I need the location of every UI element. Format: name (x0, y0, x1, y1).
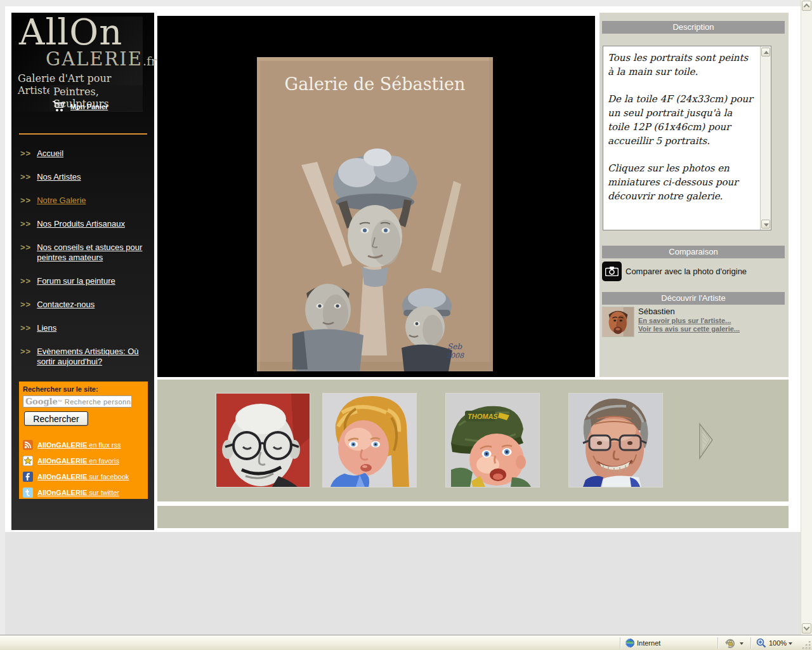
cart-link[interactable]: Mon Panier (70, 103, 108, 110)
comparison-link[interactable]: Comparer avec la photo d'origine (625, 267, 747, 276)
browser-vertical-scrollbar[interactable] (801, 0, 812, 635)
description-text: Tous les portraits sont peints à la main… (603, 46, 760, 230)
chevron-right-icon: >> (20, 172, 31, 182)
twitter-icon (23, 488, 33, 498)
sidebar-item-liens[interactable]: >>Liens (20, 323, 147, 333)
chevron-right-icon: >> (20, 323, 31, 333)
artist-reviews-link[interactable]: Voir les avis sur cette galerie... (638, 325, 740, 333)
sidebar-item-nos-artistes[interactable]: >>Nos Artistes (20, 172, 147, 182)
chevron-right-icon: >> (20, 276, 31, 286)
zoom-magnifier-icon[interactable] (756, 638, 766, 648)
search-placeholder: Recherche personnalisée (65, 398, 132, 406)
artist-row: Sébastien En savoir plus sur l'artiste..… (602, 307, 740, 337)
social-favorites-row[interactable]: AllOnGALERIE en favoris (23, 453, 144, 468)
internet-zone-globe-icon (625, 639, 634, 647)
sidebar-item-conseils-astuces[interactable]: >>Nos conseils et astuces pour peintres … (20, 242, 147, 263)
comparison-header: Comparaison (602, 246, 785, 258)
social-links: AllOnGALERIE en flux rss AllOnGALERIE en… (23, 437, 144, 500)
trademark-glyph: ™ (58, 399, 62, 404)
social-facebook-row[interactable]: AllOnGALERIE sur facebook (23, 468, 144, 484)
facebook-icon (23, 472, 33, 482)
triangle-down-icon (764, 223, 769, 227)
chevron-up-icon (804, 4, 810, 10)
comparison-row[interactable]: Comparer avec la photo d'origine (602, 262, 747, 281)
zoom-level-label[interactable]: 100% (769, 635, 787, 650)
scrollbar-up-button[interactable] (802, 1, 811, 11)
chevron-down-icon (804, 625, 810, 631)
thumbnail-portrait-elderly-man-smiling[interactable] (569, 394, 662, 487)
description-box: Tous les portraits sont peints à la main… (603, 46, 771, 230)
chevron-right-icon: >> (20, 347, 31, 367)
thumbnail-strip: THOMAS (157, 380, 789, 501)
camera-icon[interactable] (602, 262, 622, 281)
artist-more-link[interactable]: En savoir plus sur l'artiste... (638, 317, 740, 325)
sidebar-item-produits-artisanaux[interactable]: >>Nos Produits Artisanaux (20, 219, 147, 229)
main-gallery-area: Galerie de Sébastien (157, 16, 595, 377)
thumbnail-portrait-elderly-man-red[interactable] (216, 394, 310, 487)
resize-grip[interactable] (802, 640, 811, 650)
bottom-strip (157, 506, 789, 528)
next-page-arrow[interactable] (698, 423, 714, 460)
artist-name: Sébastien (638, 307, 740, 316)
social-twitter-row[interactable]: AllOnGALERIE sur twitter (23, 484, 144, 500)
browser-statusbar: Internet 100% (0, 635, 812, 650)
search-heading: Rechercher sur le site: (23, 385, 144, 393)
sidebar: AllOn GALERIE.fr Galerie d'Art pour Arti… (11, 13, 154, 530)
scrollbar-down-button[interactable] (802, 623, 811, 633)
google-logo: Google (25, 397, 58, 406)
chevron-right-icon: >> (20, 219, 31, 229)
thumbnail-portrait-blond-child[interactable] (323, 394, 416, 487)
zoom-dropdown-caret-icon[interactable] (789, 642, 792, 645)
page-footer-background (5, 532, 801, 635)
logo-title: AllOn (19, 11, 122, 53)
scroll-up-button[interactable] (761, 48, 770, 56)
chevron-right-icon: >> (20, 242, 31, 263)
artist-portrait[interactable] (602, 307, 634, 337)
cart-icon (52, 100, 66, 112)
statusbar-separator (620, 637, 620, 649)
star-icon (23, 456, 33, 466)
scroll-down-button[interactable] (761, 220, 770, 229)
sidebar-divider (19, 133, 147, 135)
sidebar-nav: >>Accueil >>Nos Artistes >>Notre Galerie… (20, 149, 147, 380)
google-search-input[interactable]: Google™ Recherche personnalisée (23, 395, 132, 408)
search-submit-button[interactable]: Rechercher (24, 411, 88, 426)
cap-text: THOMAS (468, 413, 498, 420)
triangle-up-icon (764, 51, 769, 54)
sidebar-item-forum[interactable]: >>Forum sur la peinture (20, 276, 147, 286)
logo-tld: .fr (143, 54, 157, 68)
site-search-box: Rechercher sur le site: Google™ Recherch… (19, 381, 148, 499)
statusbar-separator (717, 637, 718, 649)
sidebar-item-contact[interactable]: >>Contactez-nous (20, 300, 147, 310)
chevron-right-icon: >> (20, 149, 31, 159)
rss-icon (23, 440, 33, 450)
gallery-cover-painting[interactable]: Galerie de Sébastien (257, 57, 493, 371)
painting-signature-name: Seb (447, 342, 462, 351)
site-logo[interactable]: AllOn GALERIE.fr Galerie d'Art pour Arti… (13, 17, 143, 112)
security-zone-label: Internet (637, 635, 660, 650)
sidebar-item-evenements[interactable]: >>Evènements Artistiques: Où sortir aujo… (20, 347, 147, 367)
chevron-right-icon: >> (20, 196, 31, 206)
logo-subtitle: GALERIE (46, 48, 143, 70)
statusbar-separator (750, 637, 751, 649)
right-panel: Description Tous les portraits sont pein… (599, 13, 789, 377)
dropdown-caret-icon[interactable] (740, 642, 743, 645)
artist-header: Découvrir l'Artiste (602, 292, 785, 305)
painting-title: Galerie de Sébastien (285, 74, 466, 94)
thumbnail-portrait-baby-green-cap[interactable]: THOMAS (446, 394, 539, 487)
sidebar-item-notre-galerie[interactable]: >>Notre Galerie (20, 196, 147, 206)
description-header: Description (602, 21, 785, 34)
chevron-right-icon: >> (20, 300, 31, 310)
sidebar-item-accueil[interactable]: >>Accueil (20, 149, 147, 159)
social-rss-row[interactable]: AllOnGALERIE en flux rss (23, 437, 144, 453)
painting-signature-year: 2008 (446, 352, 464, 360)
description-scrollbar[interactable] (760, 46, 771, 230)
protected-mode-icon[interactable] (724, 638, 735, 648)
browser-viewport: AllOn GALERIE.fr Galerie d'Art pour Arti… (0, 0, 812, 650)
